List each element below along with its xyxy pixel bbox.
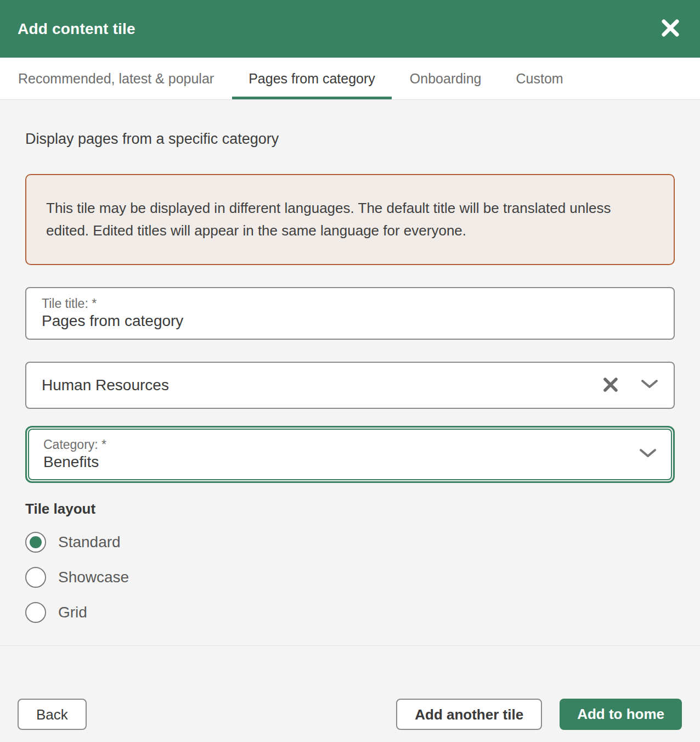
category-select-focus-ring: Category: * Benefits [25, 426, 675, 483]
dialog-title: Add content tile [18, 20, 136, 38]
close-button[interactable] [658, 17, 682, 41]
tab-bar: Recommended, latest & popular Pages from… [0, 58, 700, 100]
tab-onboarding[interactable]: Onboarding [393, 58, 498, 99]
chevron-down-icon[interactable] [639, 448, 657, 460]
tile-title-field[interactable]: Tile title: * Pages from category [25, 287, 675, 340]
radio-grid[interactable]: Grid [25, 602, 675, 623]
department-select-icons [602, 376, 658, 395]
add-to-home-button[interactable]: Add to home [560, 699, 682, 730]
dialog-footer: Back Add another tile Add to home [0, 645, 700, 742]
radio-showcase-icon [25, 567, 46, 588]
radio-standard-label: Standard [58, 533, 121, 551]
category-select-texts: Category: * Benefits [43, 437, 639, 472]
category-label: Category: * [43, 437, 639, 452]
dialog-header: Add content tile [0, 0, 700, 58]
translation-notice: This tile may be displayed in different … [25, 174, 675, 265]
radio-standard-icon [25, 532, 46, 553]
tab-recommended[interactable]: Recommended, latest & popular [2, 58, 230, 99]
radio-showcase[interactable]: Showcase [25, 567, 675, 588]
back-button[interactable]: Back [18, 699, 87, 730]
dialog-body: Display pages from a specific category T… [0, 100, 700, 645]
tile-title-value[interactable]: Pages from category [42, 311, 658, 331]
department-select[interactable]: Human Resources [25, 362, 675, 409]
tab-custom[interactable]: Custom [499, 58, 579, 99]
clear-x-icon [602, 376, 619, 395]
radio-standard[interactable]: Standard [25, 532, 675, 553]
tile-title-label: Tile title: * [42, 296, 658, 311]
clear-selection-button[interactable] [602, 376, 619, 395]
radio-grid-icon [25, 602, 46, 623]
department-select-value: Human Resources [42, 375, 602, 395]
close-icon [660, 18, 681, 40]
footer-action-buttons: Add another tile Add to home [396, 699, 682, 730]
add-content-tile-dialog: Add content tile Recommended, latest & p… [0, 0, 700, 742]
add-another-tile-button[interactable]: Add another tile [396, 699, 542, 730]
translation-notice-text: This tile may be displayed in different … [46, 200, 611, 239]
category-select[interactable]: Category: * Benefits [28, 429, 672, 480]
radio-grid-label: Grid [58, 604, 87, 621]
tile-layout-heading: Tile layout [25, 501, 675, 518]
tab-pages-from-category[interactable]: Pages from category [232, 58, 392, 99]
category-value: Benefits [43, 452, 639, 472]
section-heading: Display pages from a specific category [25, 131, 675, 148]
chevron-down-icon[interactable] [641, 379, 658, 391]
radio-showcase-label: Showcase [58, 569, 129, 586]
